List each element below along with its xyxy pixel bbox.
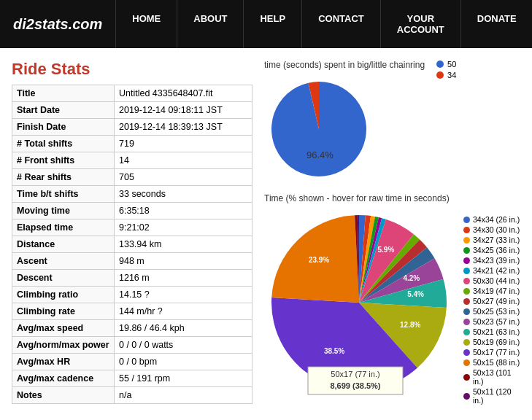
stat-label: Descent (12, 270, 115, 287)
gear-legend-item: 34x25 (36 in.) (463, 246, 520, 254)
header: di2stats.com HOMEABOUTHELPCONTACTYOUR AC… (0, 0, 532, 48)
gear-legend-label: 34x30 (30 in.) (473, 225, 520, 234)
stat-value: 1216 m (115, 270, 252, 287)
stats-table: TitleUntitled 4335648407.fitStart Date20… (12, 85, 252, 404)
chainring-chart: time (seconds) spent in big/little chain… (264, 60, 520, 186)
gear-legend-dot (463, 237, 470, 244)
gear-legend-item: 34x21 (42 in.) (463, 266, 520, 275)
stat-label: # Front shifts (12, 152, 115, 169)
stat-value: 0 / 0 / 0 watts (115, 337, 252, 354)
gear-chart-section: Time (% shown - hover for raw time in se… (264, 193, 520, 412)
nav-item-home[interactable]: HOME (115, 0, 177, 48)
gear-legend: 34x34 (26 in.)34x30 (30 in.)34x27 (33 in… (463, 215, 520, 405)
gear-legend-item: 50x23 (57 in.) (463, 317, 520, 326)
stat-value: 14 (115, 152, 252, 169)
gear-legend-label: 50x17 (77 in.) (473, 348, 520, 357)
gear-legend-item: 50x15 (88 in.) (463, 358, 520, 367)
gear-legend-dot (463, 247, 470, 254)
table-row: Notesn/a (12, 387, 252, 404)
nav-item-contact[interactable]: CONTACT (301, 0, 380, 48)
stat-label: Ascent (12, 253, 115, 270)
stat-label: Avg/max speed (12, 320, 115, 337)
stat-value: 144 m/hr ? (115, 303, 252, 320)
stat-label: Avg/max cadence (12, 370, 115, 387)
gear-legend-dot (463, 278, 470, 284)
gear-legend-dot (463, 268, 470, 274)
stat-label: # Total shifts (12, 136, 115, 152)
stat-label: Avg/norm/max power (12, 337, 115, 354)
table-row: Avg/max cadence55 / 191 rpm (12, 370, 252, 387)
gear-legend-label: 50x23 (57 in.) (473, 317, 520, 326)
table-row: # Rear shifts705 (12, 169, 252, 186)
gear-legend-item: 50x21 (63 in.) (463, 327, 520, 336)
gear-legend-dot (463, 339, 470, 346)
table-row: # Front shifts14 (12, 152, 252, 169)
gear-legend-item: 50x25 (53 in.) (463, 307, 520, 316)
svg-text:23.9%: 23.9% (309, 256, 329, 264)
stat-value: 948 m (115, 253, 252, 270)
table-row: TitleUntitled 4335648407.fit (12, 85, 252, 102)
main-content: Ride Stats TitleUntitled 4335648407.fitS… (0, 48, 532, 420)
charts-area: time (seconds) spent in big/little chain… (264, 60, 520, 412)
ride-stats-title: Ride Stats (12, 60, 252, 79)
stat-label: Start Date (12, 102, 115, 119)
gear-legend-label: 34x27 (33 in.) (473, 236, 520, 244)
table-row: Avg/max HR0 / 0 bpm (12, 354, 252, 370)
stat-label: Climbing ratio (12, 287, 115, 303)
gear-legend-item: 50x13 (101 in.) (463, 368, 520, 386)
stat-label: Time b/t shifts (12, 186, 115, 203)
gear-legend-item: 50x17 (77 in.) (463, 348, 520, 357)
stat-value: Untitled 4335648407.fit (115, 85, 252, 102)
gear-legend-label: 34x23 (39 in.) (473, 256, 520, 265)
gear-legend-dot (463, 349, 470, 356)
gear-legend-label: 50x27 (49 in.) (473, 297, 520, 306)
stat-label: Elapsed time (12, 219, 115, 236)
stat-label: Distance (12, 236, 115, 253)
chainring-legend-item: 50 (436, 60, 456, 69)
nav-item-your-account[interactable]: YOUR ACCOUNT (380, 0, 460, 48)
ride-stats-panel: Ride Stats TitleUntitled 4335648407.fitS… (12, 60, 252, 412)
table-row: Avg/norm/max power0 / 0 / 0 watts (12, 337, 252, 354)
stat-label: Climbing rate (12, 303, 115, 320)
table-row: Moving time6:35:18 (12, 203, 252, 219)
stat-value: 705 (115, 169, 252, 186)
svg-text:38.5%: 38.5% (324, 347, 344, 355)
stat-value: n/a (115, 387, 252, 404)
svg-text:4.2%: 4.2% (403, 274, 420, 282)
gear-legend-label: 50x19 (69 in.) (473, 338, 520, 346)
svg-text:8,699 (38.5%): 8,699 (38.5%) (330, 381, 380, 390)
stat-value: 719 (115, 136, 252, 152)
gear-legend-item: 34x34 (26 in.) (463, 215, 520, 224)
gear-legend-dot (463, 329, 470, 335)
gear-legend-label: 34x25 (36 in.) (473, 246, 520, 254)
chainring-pie-svg: 96.4% (264, 74, 374, 184)
gear-legend-item: 34x30 (30 in.) (463, 225, 520, 234)
legend-dot (436, 61, 444, 68)
legend-value: 50 (447, 60, 456, 69)
stat-label: Moving time (12, 203, 115, 219)
nav-item-about[interactable]: ABOUT (177, 0, 243, 48)
stat-value: 14.15 ? (115, 287, 252, 303)
gear-legend-item: 34x19 (47 in.) (463, 287, 520, 295)
table-row: Distance133.94 km (12, 236, 252, 253)
gear-legend-item: 50x11 (120 in.) (463, 387, 520, 405)
nav-item-help[interactable]: HELP (243, 0, 301, 48)
gear-legend-dot (463, 308, 470, 315)
chainring-chart-title: time (seconds) spent in big/little chain… (264, 60, 425, 70)
gear-legend-label: 50x25 (53 in.) (473, 307, 520, 316)
table-row: Time b/t shifts33 seconds (12, 186, 252, 203)
svg-text:5.4%: 5.4% (407, 290, 424, 298)
stat-label: Notes (12, 387, 115, 404)
svg-text:96.4%: 96.4% (307, 149, 334, 160)
gear-legend-item: 50x27 (49 in.) (463, 297, 520, 306)
main-nav: HOMEABOUTHELPCONTACTYOUR ACCOUNTDONATE (115, 0, 532, 48)
nav-item-donate[interactable]: DONATE (460, 0, 532, 48)
gear-legend-dot (463, 227, 470, 233)
stat-value: 133.94 km (115, 236, 252, 253)
stat-value: 9:21:02 (115, 219, 252, 236)
stat-label: # Rear shifts (12, 169, 115, 186)
chainring-legend-item: 34 (436, 71, 456, 79)
stat-label: Finish Date (12, 119, 115, 136)
gear-legend-dot (463, 374, 470, 381)
legend-dot (436, 71, 444, 79)
